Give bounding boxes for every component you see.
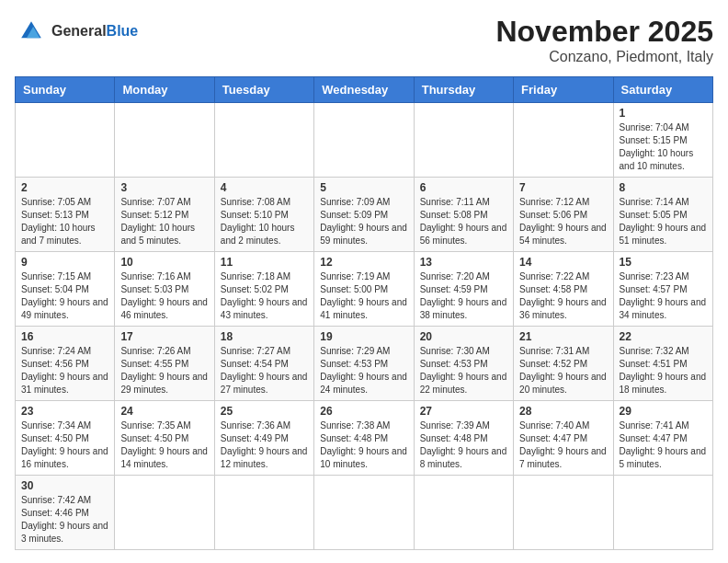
day-info: Sunrise: 7:22 AM Sunset: 4:58 PM Dayligh… [519,270,607,322]
calendar-cell: 8Sunrise: 7:14 AM Sunset: 5:05 PM Daylig… [613,178,712,252]
calendar-week-row: 30Sunrise: 7:42 AM Sunset: 4:46 PM Dayli… [16,476,713,550]
day-info: Sunrise: 7:04 AM Sunset: 5:15 PM Dayligh… [620,121,707,173]
calendar-cell [314,103,414,178]
day-info: Sunrise: 7:14 AM Sunset: 5:05 PM Dayligh… [620,196,707,247]
calendar-cell [613,476,712,550]
calendar-week-row: 1Sunrise: 7:04 AM Sunset: 5:15 PM Daylig… [16,103,713,178]
day-info: Sunrise: 7:09 AM Sunset: 5:09 PM Dayligh… [320,196,407,247]
day-number: 27 [420,405,507,418]
day-number: 21 [519,330,607,343]
day-info: Sunrise: 7:23 AM Sunset: 4:57 PM Dayligh… [620,270,707,322]
calendar-cell [414,476,513,550]
day-number: 29 [620,405,707,418]
day-number: 4 [221,181,308,194]
calendar-cell: 29Sunrise: 7:41 AM Sunset: 4:47 PM Dayli… [613,401,712,476]
calendar-cell [514,103,613,178]
day-info: Sunrise: 7:15 AM Sunset: 5:04 PM Dayligh… [21,270,108,322]
calendar-cell [115,103,214,178]
day-info: Sunrise: 7:40 AM Sunset: 4:47 PM Dayligh… [519,419,607,471]
day-number: 16 [21,330,108,343]
col-sunday: Sunday [16,77,115,103]
day-info: Sunrise: 7:08 AM Sunset: 5:10 PM Dayligh… [221,196,308,247]
calendar-cell: 11Sunrise: 7:18 AM Sunset: 5:02 PM Dayli… [214,252,313,327]
day-number: 10 [120,256,208,269]
day-number: 28 [519,405,607,418]
day-number: 22 [620,330,707,343]
day-number: 2 [21,181,108,194]
calendar-cell [514,476,613,550]
page-header: GeneralBlue November 2025 Conzano, Piedm… [15,15,713,65]
calendar-cell: 18Sunrise: 7:27 AM Sunset: 4:54 PM Dayli… [214,327,313,401]
col-thursday: Thursday [414,77,513,103]
day-info: Sunrise: 7:12 AM Sunset: 5:06 PM Dayligh… [519,196,607,247]
col-tuesday: Tuesday [214,77,313,103]
day-number: 3 [120,181,208,194]
day-info: Sunrise: 7:18 AM Sunset: 5:02 PM Dayligh… [221,270,308,322]
calendar-table: Sunday Monday Tuesday Wednesday Thursday… [15,76,713,550]
col-wednesday: Wednesday [314,77,414,103]
day-number: 9 [21,256,108,269]
calendar-cell: 25Sunrise: 7:36 AM Sunset: 4:49 PM Dayli… [214,401,313,476]
calendar-title-block: November 2025 Conzano, Piedmont, Italy [495,15,713,65]
day-number: 13 [420,256,507,269]
day-info: Sunrise: 7:38 AM Sunset: 4:48 PM Dayligh… [320,419,407,471]
calendar-week-row: 9Sunrise: 7:15 AM Sunset: 5:04 PM Daylig… [16,252,713,327]
calendar-cell: 27Sunrise: 7:39 AM Sunset: 4:48 PM Dayli… [414,401,513,476]
day-info: Sunrise: 7:29 AM Sunset: 4:53 PM Dayligh… [320,345,407,396]
calendar-cell: 13Sunrise: 7:20 AM Sunset: 4:59 PM Dayli… [414,252,513,327]
day-info: Sunrise: 7:35 AM Sunset: 4:50 PM Dayligh… [120,419,208,471]
day-number: 5 [320,181,407,194]
col-saturday: Saturday [613,77,712,103]
day-info: Sunrise: 7:19 AM Sunset: 5:00 PM Dayligh… [320,270,407,322]
calendar-cell: 19Sunrise: 7:29 AM Sunset: 4:53 PM Dayli… [314,327,414,401]
day-number: 14 [519,256,607,269]
day-info: Sunrise: 7:07 AM Sunset: 5:12 PM Dayligh… [120,196,208,247]
calendar-cell: 9Sunrise: 7:15 AM Sunset: 5:04 PM Daylig… [16,252,115,327]
day-number: 20 [420,330,507,343]
day-number: 15 [620,256,707,269]
day-info: Sunrise: 7:24 AM Sunset: 4:56 PM Dayligh… [21,345,108,396]
day-info: Sunrise: 7:20 AM Sunset: 4:59 PM Dayligh… [420,270,507,322]
calendar-cell: 20Sunrise: 7:30 AM Sunset: 4:53 PM Dayli… [414,327,513,401]
calendar-cell: 4Sunrise: 7:08 AM Sunset: 5:10 PM Daylig… [214,178,313,252]
day-number: 18 [221,330,308,343]
day-info: Sunrise: 7:27 AM Sunset: 4:54 PM Dayligh… [221,345,308,396]
logo-text: GeneralBlue [51,23,138,40]
day-info: Sunrise: 7:26 AM Sunset: 4:55 PM Dayligh… [120,345,208,396]
day-number: 17 [120,330,208,343]
day-info: Sunrise: 7:41 AM Sunset: 4:47 PM Dayligh… [620,419,707,471]
calendar-cell: 28Sunrise: 7:40 AM Sunset: 4:47 PM Dayli… [514,401,613,476]
day-info: Sunrise: 7:05 AM Sunset: 5:13 PM Dayligh… [21,196,108,247]
day-number: 25 [221,405,308,418]
calendar-cell [214,103,313,178]
calendar-week-row: 16Sunrise: 7:24 AM Sunset: 4:56 PM Dayli… [16,327,713,401]
day-info: Sunrise: 7:42 AM Sunset: 4:46 PM Dayligh… [21,494,108,546]
day-number: 7 [519,181,607,194]
calendar-cell: 23Sunrise: 7:34 AM Sunset: 4:50 PM Dayli… [16,401,115,476]
calendar-cell: 5Sunrise: 7:09 AM Sunset: 5:09 PM Daylig… [314,178,414,252]
day-info: Sunrise: 7:32 AM Sunset: 4:51 PM Dayligh… [620,345,707,396]
logo: GeneralBlue [15,15,138,48]
day-info: Sunrise: 7:36 AM Sunset: 4:49 PM Dayligh… [221,419,308,471]
col-monday: Monday [115,77,214,103]
day-number: 26 [320,405,407,418]
calendar-cell: 26Sunrise: 7:38 AM Sunset: 4:48 PM Dayli… [314,401,414,476]
calendar-cell: 3Sunrise: 7:07 AM Sunset: 5:12 PM Daylig… [115,178,214,252]
calendar-cell: 6Sunrise: 7:11 AM Sunset: 5:08 PM Daylig… [414,178,513,252]
day-info: Sunrise: 7:31 AM Sunset: 4:52 PM Dayligh… [519,345,607,396]
calendar-cell [115,476,214,550]
calendar-cell: 10Sunrise: 7:16 AM Sunset: 5:03 PM Dayli… [115,252,214,327]
calendar-cell [16,103,115,178]
calendar-cell: 22Sunrise: 7:32 AM Sunset: 4:51 PM Dayli… [613,327,712,401]
calendar-cell: 7Sunrise: 7:12 AM Sunset: 5:06 PM Daylig… [514,178,613,252]
calendar-cell: 1Sunrise: 7:04 AM Sunset: 5:15 PM Daylig… [613,103,712,178]
calendar-subtitle: Conzano, Piedmont, Italy [495,49,713,65]
day-info: Sunrise: 7:39 AM Sunset: 4:48 PM Dayligh… [420,419,507,471]
calendar-cell: 14Sunrise: 7:22 AM Sunset: 4:58 PM Dayli… [514,252,613,327]
day-info: Sunrise: 7:34 AM Sunset: 4:50 PM Dayligh… [21,419,108,471]
calendar-cell: 15Sunrise: 7:23 AM Sunset: 4:57 PM Dayli… [613,252,712,327]
calendar-cell: 30Sunrise: 7:42 AM Sunset: 4:46 PM Dayli… [16,476,115,550]
calendar-cell: 16Sunrise: 7:24 AM Sunset: 4:56 PM Dayli… [16,327,115,401]
calendar-cell: 2Sunrise: 7:05 AM Sunset: 5:13 PM Daylig… [16,178,115,252]
calendar-cell: 24Sunrise: 7:35 AM Sunset: 4:50 PM Dayli… [115,401,214,476]
